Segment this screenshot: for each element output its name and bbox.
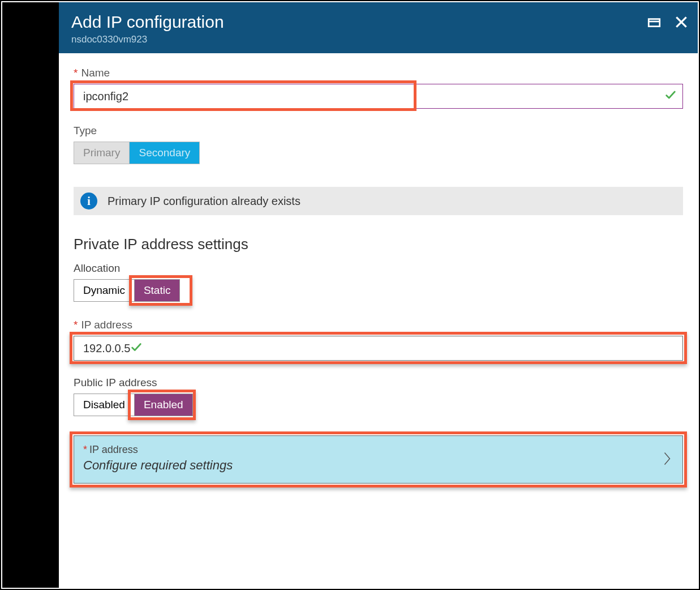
allocation-label: Allocation [74, 262, 683, 275]
primary-exists-info: i Primary IP configuration already exist… [74, 187, 683, 215]
public-ip-disabled-button[interactable]: Disabled [74, 394, 135, 416]
left-gutter [2, 2, 59, 588]
private-ip-heading: Private IP address settings [74, 236, 683, 253]
configure-ip-address-nav[interactable]: *IP address Configure required settings [74, 435, 683, 484]
info-icon: i [80, 193, 97, 210]
ip-address-value: 192.0.0.5 [83, 342, 130, 355]
name-label: *Name [74, 67, 683, 79]
close-icon[interactable] [674, 15, 689, 32]
name-label-text: Name [81, 67, 110, 79]
ip-address-input[interactable]: 192.0.0.5 [74, 336, 683, 361]
name-input[interactable]: ipconfig2 [74, 84, 683, 109]
configure-label-text: IP address [89, 444, 138, 455]
check-icon [130, 341, 143, 356]
chevron-right-icon [662, 451, 672, 469]
configure-subtext: Configure required settings [83, 458, 660, 473]
name-input-value: ipconfig2 [83, 90, 128, 103]
panel-header: Add IP configuration nsdoc0330vm923 [59, 2, 698, 53]
add-ip-config-panel: Add IP configuration nsdoc0330vm923 *Nam… [59, 2, 698, 588]
ip-address-label-text: IP address [81, 319, 132, 331]
public-ip-label: Public IP address [74, 377, 683, 389]
restore-window-icon[interactable] [647, 15, 662, 32]
type-primary-button: Primary [74, 142, 130, 164]
svg-rect-0 [649, 19, 660, 27]
check-icon [664, 89, 677, 104]
type-toggle: Primary Secondary [74, 142, 200, 164]
panel-body: *Name ipconfig2 Type Primary Secondary i… [59, 53, 698, 588]
configure-label: *IP address [83, 444, 660, 456]
public-ip-toggle: Disabled Enabled [74, 394, 193, 416]
type-label: Type [74, 125, 683, 137]
type-secondary-button[interactable]: Secondary [130, 142, 199, 164]
ip-address-label: *IP address [74, 319, 683, 331]
allocation-toggle: Dynamic Static [74, 279, 180, 302]
allocation-dynamic-button[interactable]: Dynamic [74, 280, 135, 301]
info-banner-text: Primary IP configuration already exists [108, 195, 300, 208]
public-ip-enabled-button[interactable]: Enabled [135, 394, 192, 416]
panel-title: Add IP configuration [71, 12, 685, 32]
allocation-static-button[interactable]: Static [135, 280, 180, 301]
panel-subtitle: nsdoc0330vm923 [71, 34, 685, 45]
